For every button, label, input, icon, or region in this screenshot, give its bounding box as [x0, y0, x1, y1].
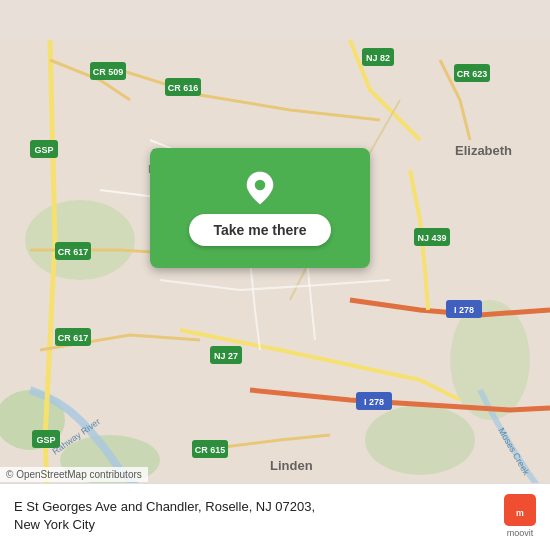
svg-text:Linden: Linden [270, 458, 313, 473]
svg-text:CR 616: CR 616 [168, 83, 199, 93]
location-pin-icon [242, 170, 278, 206]
svg-text:NJ 82: NJ 82 [366, 53, 390, 63]
svg-text:GSP: GSP [36, 435, 55, 445]
take-me-there-button[interactable]: Take me there [189, 214, 330, 246]
location-card: Take me there [150, 148, 370, 268]
svg-text:NJ 27: NJ 27 [214, 351, 238, 361]
svg-point-5 [365, 405, 475, 475]
moovit-icon: m [504, 494, 536, 526]
address-line1: E St Georges Ave and Chandler, Roselle, … [14, 498, 494, 516]
svg-text:NJ 439: NJ 439 [417, 233, 446, 243]
copyright-bar: © OpenStreetMap contributors [0, 467, 148, 482]
svg-text:GSP: GSP [34, 145, 53, 155]
address-block: E St Georges Ave and Chandler, Roselle, … [14, 498, 494, 534]
svg-text:I 278: I 278 [454, 305, 474, 315]
map-container: CR 509 CR 616 NJ 82 CR 623 CR 617 CR 617… [0, 0, 550, 550]
moovit-logo: m moovit [504, 494, 536, 538]
copyright-text: © OpenStreetMap contributors [6, 469, 142, 480]
svg-text:CR 617: CR 617 [58, 247, 89, 257]
svg-point-1 [25, 200, 135, 280]
svg-text:Elizabeth: Elizabeth [455, 143, 512, 158]
svg-text:CR 509: CR 509 [93, 67, 124, 77]
address-line2: New York City [14, 516, 494, 534]
bottom-bar: E St Georges Ave and Chandler, Roselle, … [0, 483, 550, 550]
svg-text:I 278: I 278 [364, 397, 384, 407]
svg-text:m: m [516, 508, 524, 518]
moovit-label: moovit [507, 528, 534, 538]
svg-text:CR 617: CR 617 [58, 333, 89, 343]
svg-point-38 [255, 180, 266, 191]
svg-text:CR 623: CR 623 [457, 69, 488, 79]
svg-text:CR 615: CR 615 [195, 445, 226, 455]
